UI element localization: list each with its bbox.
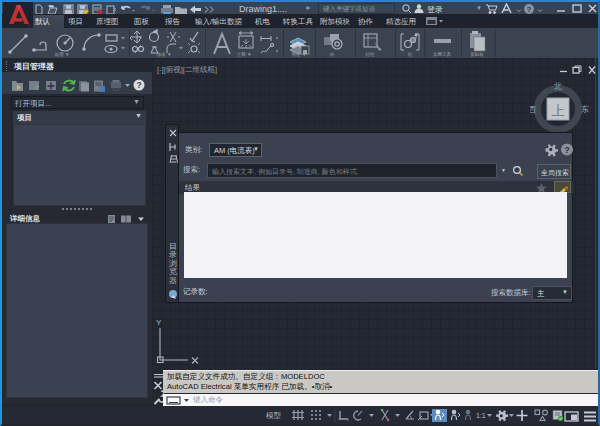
svg-text:北: 北 [553,82,562,91]
svg-text:?: ? [564,145,570,155]
svg-text:?: ? [527,5,532,14]
svg-text:?: ? [136,80,141,90]
svg-text:东: 东 [581,105,589,114]
svg-text:Y: Y [156,318,162,327]
svg-text:上: 上 [552,103,565,118]
svg-text:西: 西 [530,105,536,114]
svg-text:1:1: 1:1 [476,412,486,419]
